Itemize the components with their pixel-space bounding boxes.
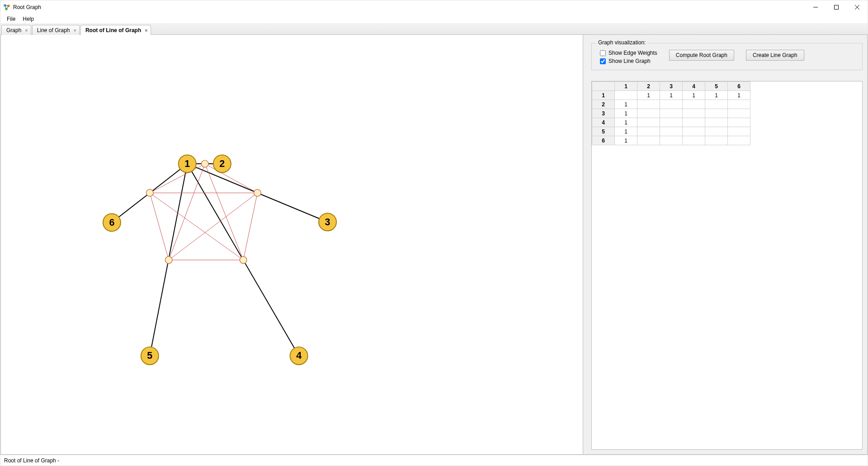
node-1[interactable]: 1	[179, 155, 196, 172]
adj-cell[interactable]	[637, 109, 660, 118]
adj-col-head[interactable]: 1	[615, 82, 637, 91]
svg-text:1: 1	[184, 158, 190, 169]
adj-cell[interactable]	[705, 136, 728, 145]
table-row: 41	[592, 118, 750, 127]
line-edge	[243, 193, 257, 260]
adj-row-head[interactable]: 6	[592, 136, 615, 145]
table-row: 111111	[592, 91, 750, 100]
adj-cell[interactable]	[683, 127, 705, 136]
adj-col-head[interactable]: 6	[728, 82, 750, 91]
svg-text:2: 2	[219, 158, 225, 169]
tab-2[interactable]: Root of Line of Graph×	[80, 25, 151, 35]
adj-cell[interactable]	[705, 100, 728, 109]
adj-col-head[interactable]: 3	[660, 82, 683, 91]
tab-close-icon[interactable]: ×	[25, 28, 28, 33]
adj-cell[interactable]	[683, 136, 705, 145]
adj-cell[interactable]: 1	[615, 136, 637, 145]
svg-text:5: 5	[147, 350, 152, 361]
tab-label: Graph	[6, 27, 21, 33]
line-edge	[150, 193, 243, 260]
line-node[interactable]	[165, 257, 172, 264]
maximize-icon	[834, 5, 839, 10]
statusbar: Root of Line of Graph -	[0, 455, 868, 466]
adj-cell[interactable]	[705, 127, 728, 136]
adj-cell[interactable]: 1	[615, 109, 637, 118]
close-button[interactable]	[847, 0, 868, 14]
checkbox-input-edge-weights[interactable]	[600, 50, 606, 56]
adj-cell[interactable]	[728, 100, 750, 109]
line-edge	[205, 164, 243, 260]
adj-cell[interactable]: 1	[615, 118, 637, 127]
create-line-graph-button[interactable]: Create Line Graph	[746, 50, 804, 61]
adjacency-table: 1234561111112131415161	[592, 81, 750, 145]
tab-close-icon[interactable]: ×	[74, 28, 76, 33]
line-node[interactable]	[146, 190, 153, 197]
adj-cell[interactable]	[660, 109, 683, 118]
line-edge	[169, 193, 257, 260]
adj-cell[interactable]	[728, 127, 750, 136]
adj-row-head[interactable]: 4	[592, 118, 615, 127]
graph-canvas[interactable]: 123456	[0, 35, 583, 455]
adj-cell[interactable]: 1	[660, 91, 683, 100]
adj-cell[interactable]: 1	[615, 100, 637, 109]
close-icon	[855, 5, 859, 10]
adj-cell[interactable]	[660, 136, 683, 145]
adjacency-table-container[interactable]: 1234561111112131415161	[591, 81, 863, 450]
checkbox-input-line-graph[interactable]	[600, 58, 606, 64]
line-node[interactable]	[201, 160, 208, 167]
adj-col-head[interactable]: 5	[705, 82, 728, 91]
adj-col-head[interactable]: 2	[637, 82, 660, 91]
adj-cell[interactable]	[637, 118, 660, 127]
node-5[interactable]: 5	[141, 347, 159, 365]
node-4[interactable]: 4	[290, 347, 308, 365]
adj-cell[interactable]	[728, 136, 750, 145]
node-6[interactable]: 6	[103, 214, 121, 231]
adj-row-head[interactable]: 2	[592, 100, 615, 109]
adj-cell[interactable]	[683, 109, 705, 118]
tab-0[interactable]: Graph×	[1, 25, 31, 35]
adj-cell[interactable]	[637, 136, 660, 145]
adj-row-head[interactable]: 1	[592, 91, 615, 100]
svg-text:6: 6	[109, 217, 114, 228]
node-2[interactable]: 2	[213, 155, 231, 172]
tab-1[interactable]: Line of Graph×	[32, 25, 80, 35]
table-row: 31	[592, 109, 750, 118]
titlebar: Root Graph	[0, 0, 868, 14]
adj-cell[interactable]: 1	[683, 91, 705, 100]
adj-cell[interactable]	[728, 109, 750, 118]
adj-cell[interactable]	[683, 118, 705, 127]
compute-root-graph-button[interactable]: Compute Root Graph	[669, 50, 734, 61]
node-3[interactable]: 3	[319, 213, 336, 231]
menu-help[interactable]: Help	[19, 14, 38, 24]
adj-cell[interactable]	[660, 100, 683, 109]
adj-row-head[interactable]: 3	[592, 109, 615, 118]
adj-cell[interactable]	[705, 109, 728, 118]
maximize-button[interactable]	[826, 0, 847, 14]
adj-cell[interactable]	[615, 91, 637, 100]
line-edge	[150, 164, 205, 193]
adj-cell[interactable]: 1	[728, 91, 750, 100]
tab-close-icon[interactable]: ×	[145, 28, 147, 33]
adj-cell[interactable]	[660, 118, 683, 127]
checkbox-show-line-graph[interactable]: Show Line Graph	[600, 58, 657, 64]
tab-label: Line of Graph	[37, 27, 70, 33]
minimize-button[interactable]	[805, 0, 826, 14]
adj-cell[interactable]	[637, 100, 660, 109]
adj-cell[interactable]: 1	[705, 91, 728, 100]
adj-cell[interactable]: 1	[615, 127, 637, 136]
adj-cell[interactable]	[637, 127, 660, 136]
adj-cell[interactable]	[660, 127, 683, 136]
adj-cell[interactable]	[728, 118, 750, 127]
checkbox-show-edge-weights[interactable]: Show Edge Weights	[600, 50, 657, 56]
window-title: Root Graph	[13, 4, 41, 10]
groupbox-legend: Graph visualization:	[596, 39, 647, 46]
adj-row-head[interactable]: 5	[592, 127, 615, 136]
adj-cell[interactable]: 1	[637, 91, 660, 100]
adj-cell[interactable]	[705, 118, 728, 127]
line-node[interactable]	[240, 257, 247, 264]
adj-col-head[interactable]: 4	[683, 82, 705, 91]
adj-cell[interactable]	[683, 100, 705, 109]
line-node[interactable]	[254, 190, 261, 197]
menu-file[interactable]: File	[3, 14, 19, 24]
tab-label: Root of Line of Graph	[85, 27, 141, 33]
